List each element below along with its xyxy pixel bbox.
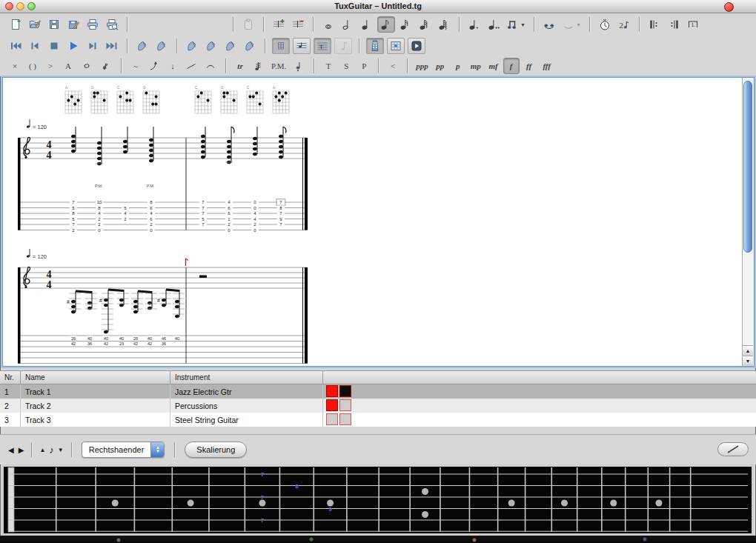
- dynamic-ppp-button[interactable]: ppp: [414, 58, 431, 74]
- print-preview-button[interactable]: [103, 16, 121, 33]
- tremolo-picking-button[interactable]: [250, 58, 268, 74]
- dynamic-ff-button[interactable]: ff: [521, 58, 537, 74]
- track-row-3[interactable]: 3Track 3Steel String Guitar: [0, 413, 756, 427]
- title-bar[interactable]: TuxGuitar – Untitled.tg: [0, 0, 756, 13]
- string-up-icon[interactable]: ▲: [39, 447, 45, 453]
- dotted-note-button[interactable]: [465, 16, 483, 33]
- hand-tool-4-button[interactable]: [202, 38, 220, 54]
- tapping-button[interactable]: T: [320, 58, 336, 74]
- trill-button[interactable]: tr: [232, 58, 248, 74]
- handedness-select[interactable]: Rechtshaender ▲▼: [82, 442, 165, 458]
- measure-cell-1-full[interactable]: [326, 385, 338, 397]
- thirty-second-note-button[interactable]: [416, 16, 434, 33]
- tied-note-button[interactable]: [540, 16, 558, 33]
- dynamic-mp-button[interactable]: mp: [468, 58, 484, 74]
- go-last-button[interactable]: [103, 38, 121, 54]
- fretboard-scroll-left-icon[interactable]: ◀: [8, 446, 14, 454]
- scale-button[interactable]: Skalierung: [185, 442, 247, 458]
- hand-tool-1-button[interactable]: [133, 38, 151, 54]
- vertical-scrollbar[interactable]: ▲ ▼: [742, 78, 754, 366]
- scroll-down-icon[interactable]: ▼: [743, 356, 753, 366]
- grace-note-button[interactable]: [97, 58, 115, 74]
- track-row-2[interactable]: 2Track 2Percussions: [0, 399, 756, 413]
- ghost-note-button[interactable]: ( ): [24, 58, 41, 74]
- measure-cell-1-empty[interactable]: [326, 413, 338, 425]
- chord-view-button[interactable]: [272, 38, 290, 54]
- score-canvas[interactable]: AGCGCGCA44= 120758572P.M.1084220542P.M.8…: [3, 78, 742, 365]
- accentuated-note-button[interactable]: >: [42, 58, 59, 74]
- hand-tool-3-button[interactable]: [183, 38, 201, 54]
- dynamic-p-button[interactable]: p: [450, 58, 466, 74]
- print-button[interactable]: [84, 16, 102, 33]
- fretboard-note-s4-f9[interactable]: 9: [328, 506, 332, 513]
- division-type-dropdown-icon[interactable]: ▼: [520, 22, 525, 27]
- popping-button[interactable]: P: [356, 58, 372, 74]
- slide-button[interactable]: [182, 58, 200, 74]
- string-down-icon[interactable]: ▼: [58, 447, 64, 453]
- score-view-toggle-button[interactable]: [293, 38, 311, 54]
- add-measure-button[interactable]: [270, 16, 288, 33]
- vibrato-button[interactable]: ~: [127, 58, 144, 74]
- tempo-button[interactable]: [596, 16, 614, 33]
- fade-in-button[interactable]: <: [385, 58, 401, 74]
- go-first-button[interactable]: [7, 38, 24, 54]
- heavy-accentuated-note-button[interactable]: A: [60, 58, 76, 74]
- scroll-up-icon[interactable]: ▲: [743, 345, 753, 356]
- compact-view-button[interactable]: T: [314, 38, 331, 54]
- save-file-button[interactable]: [45, 16, 63, 33]
- measure-cell-2-empty[interactable]: [339, 399, 351, 411]
- dead-note-button[interactable]: ×: [7, 58, 23, 74]
- matrix-toggle-button[interactable]: [387, 38, 405, 54]
- go-previous-button[interactable]: [26, 38, 44, 54]
- repeat-alternative-button[interactable]: 1.: [684, 16, 702, 33]
- measure-cell-1-full[interactable]: [326, 399, 338, 411]
- dynamic-f-button[interactable]: f: [503, 58, 520, 74]
- fretboard-toggle-button[interactable]: [366, 38, 384, 54]
- half-note-button[interactable]: [339, 16, 357, 33]
- track-row-1[interactable]: 1Track 1Jazz Electric Gtr: [0, 384, 756, 399]
- new-file-button[interactable]: [7, 16, 24, 33]
- stop-button[interactable]: [45, 38, 63, 54]
- hammer-on-button[interactable]: [202, 58, 219, 74]
- measure-cell-2-current[interactable]: [339, 385, 351, 397]
- division-type-button[interactable]: ▼: [504, 16, 528, 33]
- dynamic-mf-button[interactable]: mf: [485, 58, 502, 74]
- fretboard-note-s2-f8[interactable]: 8: [295, 483, 299, 490]
- slapping-button[interactable]: S: [338, 58, 354, 74]
- player-toggle-button[interactable]: [408, 38, 425, 54]
- fretboard-settings-button[interactable]: [717, 442, 749, 456]
- ligature-dropdown-icon[interactable]: ▼: [576, 22, 581, 27]
- dynamic-pp-button[interactable]: pp: [432, 58, 448, 74]
- tremolo-bar-button[interactable]: ↓: [165, 58, 181, 74]
- score-view[interactable]: AGCGCGCA44= 120758572P.M.1084220542P.M.8…: [2, 77, 755, 367]
- natural-harmonic-button[interactable]: [78, 58, 96, 74]
- quarter-note-button[interactable]: [358, 16, 376, 33]
- header-instrument[interactable]: Instrument: [170, 371, 323, 384]
- fretboard-scroll-right-icon[interactable]: ▶: [19, 446, 24, 454]
- fretboard-canvas[interactable]: 78797: [4, 467, 751, 533]
- open-file-button[interactable]: [26, 16, 44, 33]
- remove-measure-button[interactable]: [289, 16, 307, 33]
- header-name[interactable]: Name: [21, 371, 170, 384]
- fretboard-note-s3-f7[interactable]: 7: [261, 494, 265, 501]
- measure-cell-2-empty[interactable]: [339, 413, 351, 425]
- double-dotted-note-button[interactable]: [485, 16, 503, 33]
- save-as-file-button[interactable]: [64, 16, 82, 33]
- whole-note-button[interactable]: [319, 16, 337, 33]
- fretboard-note-s1-f7[interactable]: 7: [261, 471, 265, 478]
- repeat-open-button[interactable]: [646, 16, 663, 33]
- fretboard-note-s5-f7[interactable]: 7: [261, 517, 265, 524]
- staccato-button[interactable]: [290, 58, 308, 74]
- play-button[interactable]: [64, 38, 82, 54]
- triplet-feel-button[interactable]: 2: [615, 16, 633, 33]
- sixteenth-note-button[interactable]: [397, 16, 414, 33]
- eighth-note-button[interactable]: [377, 16, 395, 33]
- bend-button[interactable]: [145, 58, 163, 74]
- sixty-fourth-note-button[interactable]: [435, 16, 453, 33]
- hand-tool-6-button[interactable]: [241, 38, 259, 54]
- hand-tool-5-button[interactable]: [222, 38, 239, 54]
- go-next-button[interactable]: [84, 38, 102, 54]
- dynamic-fff-button[interactable]: fff: [539, 58, 555, 74]
- hand-tool-2-button[interactable]: [153, 38, 170, 54]
- repeat-close-button[interactable]: [665, 16, 683, 33]
